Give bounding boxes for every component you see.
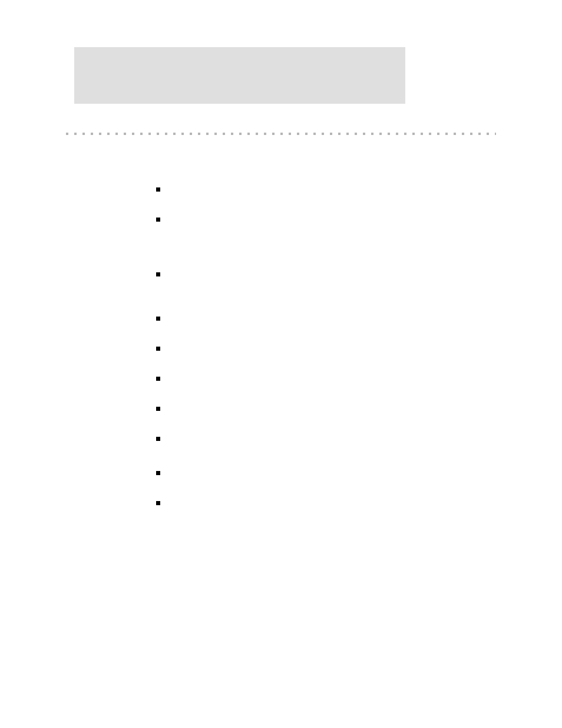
bullet-icon — [156, 501, 160, 505]
bullet-icon — [156, 218, 160, 222]
bullet-icon — [156, 272, 160, 276]
bullet-icon — [156, 347, 160, 351]
bullet-icon — [156, 377, 160, 381]
bullet-icon — [156, 471, 160, 475]
document-page — [0, 0, 562, 728]
header-placeholder-box — [74, 47, 405, 104]
dotted-divider — [66, 133, 496, 135]
bullet-icon — [156, 407, 160, 411]
bullet-icon — [156, 187, 160, 192]
bullet-icon — [156, 317, 160, 321]
bullet-icon — [156, 437, 160, 441]
